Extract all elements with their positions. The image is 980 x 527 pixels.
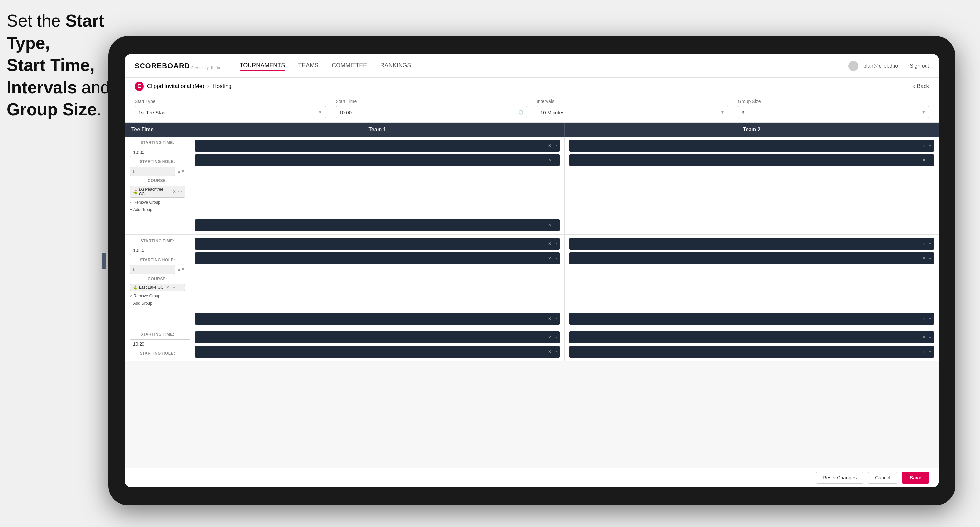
starting-hole-label-2: STARTING HOLE: <box>130 257 185 262</box>
tablet-frame: SCOREBOARD Powered by clipp.io TOURNAMEN… <box>108 36 955 505</box>
remove-group-link-1[interactable]: ○ Remove Group <box>130 200 185 205</box>
player-more-icon-3-1[interactable]: ⋯ <box>553 241 557 246</box>
group-size-label: Group Size <box>738 99 929 104</box>
player-more-icon-extra[interactable]: ⋯ <box>553 223 557 227</box>
add-group-link-2[interactable]: + Add Group <box>130 301 185 305</box>
hole-chevron-icon-2: ▲▼ <box>177 267 185 272</box>
team2-cell-2: ✕ ⋯ ✕ ⋯ <box>565 235 939 310</box>
player-row-extra-3: ✕ ⋯ <box>569 313 934 325</box>
start-type-label: Start Type <box>135 99 326 104</box>
intervals-arrow-icon: ▼ <box>721 110 725 114</box>
sign-out-button[interactable]: Sign out <box>910 63 929 69</box>
player-more-icon-6-1[interactable]: ⋯ <box>928 335 931 340</box>
breadcrumb: C Clippd Invitational (Me) › Hosting <box>135 82 231 91</box>
player-row-5-1: ✕ ⋯ <box>195 332 560 343</box>
player-remove-icon-2-1[interactable]: ✕ <box>922 143 926 148</box>
player-row-2-1: ✕ ⋯ <box>569 140 934 152</box>
group-size-select[interactable]: 3 ▼ <box>738 106 929 119</box>
th-tee-time: Tee Time <box>125 123 191 137</box>
player-row-3-2: ✕ ⋯ <box>195 252 560 264</box>
player-remove-icon-extra[interactable]: ✕ <box>548 223 551 227</box>
player-row-3-1: ✕ ⋯ <box>195 238 560 250</box>
start-type-group: Start Type 1st Tee Start ▼ <box>135 99 326 119</box>
player-row-6-2: ✕ ⋯ <box>569 346 934 358</box>
player-more-icon-extra-2[interactable]: ⋯ <box>553 316 557 321</box>
nav-rankings[interactable]: RANKINGS <box>380 61 411 71</box>
course-tag-2: ⛳ East Lake GC ✕ ⋯ <box>130 284 185 291</box>
sign-out-link[interactable]: | <box>903 63 905 69</box>
nav-links: TOURNAMENTS TEAMS COMMITTEE RANKINGS <box>240 61 848 71</box>
player-more-icon-4-1[interactable]: ⋯ <box>928 241 931 246</box>
player-remove-icon-3-2[interactable]: ✕ <box>548 256 551 260</box>
settings-bar: Start Type 1st Tee Start ▼ Start Time 10… <box>125 95 939 123</box>
hole-select-1[interactable]: 1210 <box>130 167 175 176</box>
intervals-label: Intervals <box>537 99 728 104</box>
starting-hole-label-1: STARTING HOLE: <box>130 159 185 164</box>
reset-changes-button[interactable]: Reset Changes <box>816 472 864 484</box>
start-type-arrow-icon: ▼ <box>318 110 322 114</box>
player-remove-icon-5-2[interactable]: ✕ <box>548 349 551 354</box>
starting-time-label-1: STARTING TIME: <box>130 140 185 145</box>
nav-right: blair@clippd.io | Sign out <box>848 61 929 71</box>
course-name-1: (A) Peachtree GC <box>139 187 170 196</box>
start-type-select[interactable]: 1st Tee Start ▼ <box>135 106 326 119</box>
nav-teams[interactable]: TEAMS <box>298 61 318 71</box>
breadcrumb-bar: C Clippd Invitational (Me) › Hosting ‹ B… <box>125 78 939 95</box>
hole-chevron-icon-1: ▲▼ <box>177 169 185 174</box>
course-more-icon-2[interactable]: ⋯ <box>171 285 175 290</box>
player-remove-icon-extra-3[interactable]: ✕ <box>922 316 926 321</box>
content-area[interactable]: STARTING TIME: 🕙 STARTING HOLE: 1210 ▲▼ <box>125 137 939 468</box>
breadcrumb-sep: › <box>207 83 210 90</box>
time-input-3[interactable] <box>130 339 193 349</box>
logo-sub: Powered by clipp.io <box>191 66 220 70</box>
group-row-2: STARTING TIME: 🕙 STARTING HOLE: 1210 ▲▼ <box>125 235 939 310</box>
save-button[interactable]: Save <box>902 472 929 484</box>
player-remove-icon-4-1[interactable]: ✕ <box>922 241 926 246</box>
add-group-link-1[interactable]: + Add Group <box>130 207 185 212</box>
player-remove-icon-4-2[interactable]: ✕ <box>922 256 926 260</box>
player-remove-icon-5-1[interactable]: ✕ <box>548 335 551 340</box>
player-remove-icon-2-2[interactable]: ✕ <box>922 158 926 162</box>
logo-area: SCOREBOARD Powered by clipp.io <box>135 62 220 70</box>
player-more-icon-2-2[interactable]: ⋯ <box>928 158 931 162</box>
player-remove-icon-6-1[interactable]: ✕ <box>922 335 926 340</box>
player-more-icon-6-2[interactable]: ⋯ <box>928 349 931 354</box>
cancel-button[interactable]: Cancel <box>868 472 897 484</box>
nav-committee[interactable]: COMMITTEE <box>332 61 367 71</box>
player-more-icon-1-2[interactable]: ⋯ <box>553 158 557 162</box>
navbar: SCOREBOARD Powered by clipp.io TOURNAMEN… <box>125 54 939 78</box>
player-more-icon-3-2[interactable]: ⋯ <box>553 256 557 260</box>
player-row-4-2: ✕ ⋯ <box>569 252 934 264</box>
player-remove-icon-extra-2[interactable]: ✕ <box>548 316 551 321</box>
tablet-side-button[interactable] <box>102 253 107 269</box>
player-more-icon-4-2[interactable]: ⋯ <box>928 256 931 260</box>
time-input-2[interactable] <box>130 246 193 255</box>
nav-tournaments[interactable]: TOURNAMENTS <box>240 61 285 71</box>
course-more-icon-1[interactable]: ⋯ <box>178 189 182 194</box>
start-time-select[interactable]: 10:00 🕙 <box>336 106 527 119</box>
player-row-5-2: ✕ ⋯ <box>195 346 560 358</box>
group-size-arrow-icon: ▼ <box>921 110 926 114</box>
team1-cell-1: ✕ ⋯ ✕ ⋯ <box>191 137 565 216</box>
intervals-select[interactable]: 10 Minutes ▼ <box>537 106 728 119</box>
player-more-icon-5-1[interactable]: ⋯ <box>553 335 557 340</box>
player-more-icon-5-2[interactable]: ⋯ <box>553 349 557 354</box>
remove-group-text-1: Remove Group <box>134 200 160 205</box>
tournament-name[interactable]: Clippd Invitational (Me) <box>147 83 204 90</box>
course-remove-x-1[interactable]: ✕ <box>173 189 176 194</box>
group-row-3: STARTING TIME: 🕙 STARTING HOLE: ✕ ⋯ <box>125 328 939 361</box>
player-remove-icon-1-1[interactable]: ✕ <box>548 143 551 148</box>
back-button[interactable]: ‹ Back <box>913 83 929 90</box>
hole-select-2[interactable]: 1210 <box>130 265 175 274</box>
player-more-icon-1-1[interactable]: ⋯ <box>553 143 557 148</box>
remove-group-link-2[interactable]: ○ Remove Group <box>130 294 185 298</box>
player-more-icon-extra-3[interactable]: ⋯ <box>928 316 931 321</box>
player-more-icon-2-1[interactable]: ⋯ <box>928 143 931 148</box>
player-remove-icon-3-1[interactable]: ✕ <box>548 241 551 246</box>
player-remove-icon-6-2[interactable]: ✕ <box>922 349 926 354</box>
team2-cell-1: ✕ ⋯ ✕ ⋯ <box>565 137 939 216</box>
time-input-1[interactable] <box>130 148 193 157</box>
course-remove-x-2[interactable]: ✕ <box>166 285 169 290</box>
player-remove-icon-1-2[interactable]: ✕ <box>548 158 551 162</box>
left-panel-1b <box>125 216 191 234</box>
